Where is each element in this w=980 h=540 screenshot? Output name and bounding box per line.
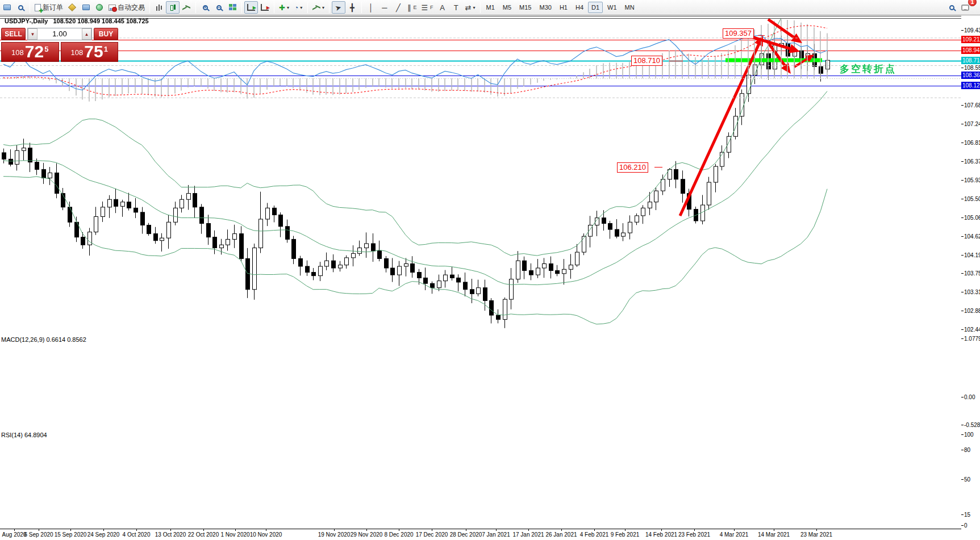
rsi-label: RSI(14) 64.8904 [1,432,47,438]
text-button[interactable]: A [436,1,449,14]
sell-price-tile[interactable]: 108725 [1,42,59,62]
buy-price-big: 75 [84,43,103,60]
annotation-connector [669,61,683,61]
zoom-in-button[interactable]: + [198,1,212,14]
autoscroll-button[interactable] [244,1,258,14]
chart-window-icon[interactable] [0,1,14,14]
search-button[interactable] [945,1,958,14]
date-label: 6 Sep 2020 [24,531,53,538]
chevron-down-icon: ▾ [322,5,324,10]
crosshair-icon: ╋ [350,4,355,11]
timeframe-h4[interactable]: H4 [572,2,587,13]
tick-chart-icon[interactable] [14,1,27,14]
autotrade-button[interactable]: 自动交易 [106,1,147,14]
axis-tick: 105.500 [964,196,980,202]
date-label: 4 Feb 2021 [580,531,609,538]
timeframe-d1[interactable]: D1 [588,2,603,13]
magnifier-icon [18,5,23,10]
template-icon [312,4,320,11]
timeframe-mn[interactable]: MN [622,2,638,13]
add-indicator-button[interactable]: ✚▾ [277,1,291,14]
separator [361,2,362,13]
axis-tick: 0 [964,522,968,529]
buy-price-sup: 1 [104,39,108,60]
line-chart-button[interactable] [180,1,193,14]
cursor-button[interactable]: ➤ [332,1,345,14]
vertical-line-button[interactable]: │ [364,1,378,14]
separator [307,2,308,13]
metaeditor-button[interactable] [65,1,79,14]
price-axis[interactable]: 109.430108.550107.680107.240106.810106.3… [961,16,980,540]
volume-input[interactable]: 1.00 [37,28,82,40]
timeframe-m30[interactable]: M30 [536,2,555,13]
axis-tick: 107.240 [964,121,980,127]
symbol-title: USDJPY-,Daily [5,18,48,24]
timeframe-bar: M1M5M15M30H1H4D1W1MN [483,2,638,13]
timeframe-m15[interactable]: M15 [516,2,535,13]
date-label: 13 Oct 2020 [155,531,186,538]
sell-button[interactable]: SELL [1,28,26,40]
price-annotation-label[interactable]: 109.357 [723,28,754,39]
chart-region[interactable]: 109.430108.550107.680107.240106.810106.3… [0,16,980,540]
signals-button[interactable] [93,1,106,14]
timeframe-m1[interactable]: M1 [483,2,498,13]
one-click-trading-panel: SELL ▼ 1.00 ▲ BUY 108725 108751 [1,28,118,62]
axis-tick: 15 [964,512,970,518]
buy-price-tile[interactable]: 108751 [61,42,119,62]
date-tick [774,529,774,531]
zoom-out-button[interactable]: − [212,1,226,14]
separator [30,2,30,13]
rsi-canvas[interactable] [0,16,961,114]
add-indicator-icon: ✚ [279,4,285,11]
price-annotation-label[interactable]: 108.710 [631,56,662,66]
date-label: 19 Nov 2020 [318,531,351,538]
date-label: 29 Nov 2020 [351,531,383,538]
date-label: 8 Dec 2020 [384,531,413,538]
periods-button[interactable]: ◔▾ [291,1,305,14]
horizontal-line-button[interactable]: ─ [378,1,391,14]
templates-button[interactable]: ▾ [310,1,327,14]
terminal-button[interactable] [79,1,93,14]
price-annotation-label[interactable]: 106.210 [617,162,648,173]
timeframe-h1[interactable]: H1 [556,2,571,13]
date-tick [816,529,817,531]
volume-down-button[interactable]: ▼ [28,28,37,40]
timeframe-m5[interactable]: M5 [499,2,515,13]
date-axis[interactable]: Aug 20206 Sep 202015 Sep 202024 Sep 2020… [0,529,961,540]
new-order-label: 新订单 [43,3,63,12]
date-label: Aug 2020 [2,531,27,538]
axis-tick: 103.310 [964,289,980,295]
axis-tick: 104.190 [964,252,980,258]
axis-tick: 105.930 [964,177,980,183]
axis-tick: 106.370 [964,158,980,165]
date-label: 28 Dec 2020 [450,531,482,538]
new-order-icon [35,4,41,11]
price-line-badge: 108.128 [961,82,980,89]
chart-title: USDJPY-,Daily 108.520 108.949 108.445 10… [5,18,149,24]
price-line-badge: 108.710 [961,57,980,64]
axis-tick: 0.00 [964,394,975,400]
chevron-down-icon: ▾ [473,5,476,10]
crosshair-button[interactable]: ╋ [345,1,359,14]
trendline-button[interactable]: ╱ [391,1,405,14]
annotation-connector [654,167,662,168]
date-tick [235,529,236,531]
text-label-button[interactable]: T [449,1,463,14]
tile-windows-button[interactable] [226,1,239,14]
chart-shift-button[interactable] [258,1,272,14]
bar-chart-button[interactable] [152,1,166,14]
date-label: 17 Jan 2021 [512,531,544,538]
notifications-button[interactable]: 1 [958,1,972,14]
channel-button[interactable]: ∥E [405,1,419,14]
arrows-button[interactable]: ⇄▾ [463,1,478,14]
sell-price-big: 72 [25,43,44,60]
fibonacci-button[interactable]: ☰F [419,1,435,14]
new-order-button[interactable]: 新订单 [32,1,65,14]
axis-tick: 102.880 [964,308,980,314]
sell-price-sup: 5 [44,39,48,60]
volume-up-button[interactable]: ▲ [82,28,91,40]
fibonacci-icon: ☰ [421,4,428,11]
timeframe-w1[interactable]: W1 [604,2,620,13]
date-label: 14 Mar 2021 [758,531,790,538]
candlestick-chart-button[interactable] [166,1,180,14]
